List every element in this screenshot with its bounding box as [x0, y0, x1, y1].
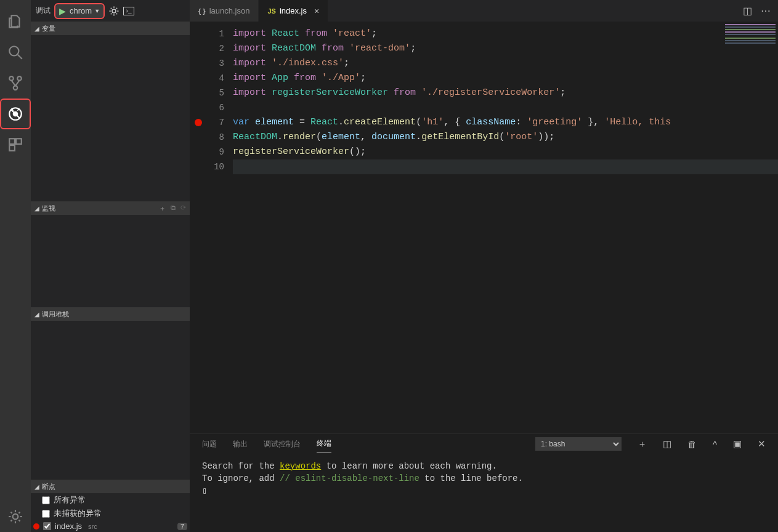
activity-scm[interactable]: [0, 68, 31, 99]
tab-label: launch.json: [209, 6, 250, 15]
breakpoint-dot-icon: [33, 523, 39, 530]
section-breakpoints-label: 断点: [42, 482, 186, 491]
code-lines[interactable]: import React from 'react';import ReactDO…: [233, 22, 778, 433]
console-icon: ›_: [126, 7, 132, 14]
code-line[interactable]: import registerServiceWorker from './reg…: [233, 86, 778, 100]
close-panel-icon[interactable]: ✕: [758, 438, 766, 449]
panel-tabs: 问题 输出 调试控制台 终端 1: bash ＋ ◫ 🗑 ^ ▣ ✕: [190, 434, 778, 454]
breakpoint-file-name: index.js: [55, 522, 82, 531]
breakpoint-checkbox[interactable]: [43, 522, 51, 530]
chevron-up-icon[interactable]: ^: [713, 439, 717, 449]
code-line[interactable]: import ReactDOM from 'react-dom';: [233, 41, 778, 56]
breakpoint-file-path: src: [88, 523, 97, 530]
split-terminal-icon[interactable]: ◫: [663, 438, 671, 449]
code-line[interactable]: ReactDOM.render(element, document.getEle…: [233, 130, 778, 145]
breakpoint-uncaught[interactable]: 未捕获的异常: [31, 507, 190, 520]
section-variables-label: 变量: [42, 24, 186, 33]
json-file-icon: { }: [198, 7, 206, 15]
breakpoint-all-exceptions[interactable]: 所有异常: [31, 493, 190, 507]
breakpoint-line-badge: 7: [177, 523, 187, 530]
collapse-all-icon[interactable]: ⧉: [171, 204, 176, 213]
svg-point-2: [9, 76, 14, 81]
code-editor[interactable]: 12345678910 import React from 'react';im…: [190, 22, 778, 433]
close-tab-icon[interactable]: ×: [314, 6, 319, 16]
section-watch[interactable]: ◢ 监视 ＋ ⧉ ⟳: [31, 201, 190, 215]
svg-point-14: [112, 9, 116, 13]
chevron-down-icon: ◢: [34, 25, 39, 32]
code-line[interactable]: import App from './App';: [233, 71, 778, 86]
line-number: 9: [190, 145, 224, 159]
breakpoint-file-row[interactable]: index.js src 7: [31, 520, 190, 532]
new-terminal-icon[interactable]: ＋: [638, 438, 647, 450]
editor-tabs: { }launch.jsonJSindex.js× ◫ ⋯: [190, 0, 778, 22]
files-icon: [7, 14, 23, 30]
panel-tab-terminal[interactable]: 终端: [317, 435, 331, 453]
section-breakpoints[interactable]: ◢ 断点: [31, 480, 190, 493]
debug-settings-gear[interactable]: [108, 6, 120, 17]
debug-console-button[interactable]: ›_: [123, 7, 134, 15]
code-line[interactable]: import React from 'react';: [233, 26, 778, 41]
minimap[interactable]: [723, 22, 778, 433]
code-line[interactable]: import './index.css';: [233, 56, 778, 71]
debug-header: 调试 ▶ chrom ▼ ›_: [31, 0, 190, 22]
terminal-cursor: ▯: [202, 485, 766, 497]
activity-extensions[interactable]: [0, 129, 31, 160]
chevron-down-icon: ◢: [34, 311, 39, 318]
chevron-down-icon: ▼: [94, 8, 100, 14]
svg-point-3: [17, 76, 22, 81]
terminal-line: To ignore, add // eslint-disable-next-li…: [202, 472, 766, 485]
bug-icon: [7, 106, 23, 122]
breakpoint-checkbox[interactable]: [42, 510, 50, 518]
section-callstack[interactable]: ◢ 调用堆栈: [31, 307, 190, 321]
code-line[interactable]: var element = React.createElement('h1', …: [233, 115, 778, 130]
line-gutter: 12345678910: [190, 22, 233, 433]
debug-start-config[interactable]: ▶ chrom ▼: [54, 3, 105, 19]
svg-rect-12: [9, 145, 15, 151]
chevron-down-icon: ◢: [34, 205, 39, 212]
breakpoint-label: 未捕获的异常: [54, 508, 102, 519]
activity-search[interactable]: [0, 37, 31, 68]
panel-tab-problems[interactable]: 问题: [202, 435, 217, 453]
activity-bar: [0, 0, 31, 532]
maximize-panel-icon[interactable]: ▣: [733, 438, 742, 449]
section-callstack-label: 调用堆栈: [42, 310, 186, 319]
debug-title: 调试: [36, 6, 51, 16]
line-number: 5: [190, 86, 224, 100]
activity-settings[interactable]: [0, 501, 31, 532]
chevron-down-icon: ◢: [34, 483, 39, 490]
line-number: 1: [190, 26, 224, 41]
editor-tab[interactable]: JSindex.js×: [259, 0, 328, 22]
activity-debug[interactable]: [0, 99, 31, 129]
editor-tab[interactable]: { }launch.json: [190, 0, 259, 22]
panel-tab-output[interactable]: 输出: [233, 435, 248, 453]
line-number: 6: [190, 100, 224, 115]
code-line[interactable]: [233, 100, 778, 115]
svg-point-0: [9, 46, 18, 55]
js-file-icon: JS: [267, 7, 275, 15]
breakpoint-dot-icon[interactable]: [195, 119, 202, 126]
debug-config-name: chrom: [70, 6, 94, 15]
code-line[interactable]: [233, 159, 778, 174]
editor-area: { }launch.jsonJSindex.js× ◫ ⋯ 1234567891…: [190, 0, 778, 532]
refresh-icon[interactable]: ⟳: [180, 204, 186, 213]
line-number: 7: [190, 115, 224, 130]
terminal-body[interactable]: Search for the keywords to learn more ab…: [190, 454, 778, 532]
more-actions-icon[interactable]: ⋯: [761, 5, 771, 17]
kill-terminal-icon[interactable]: 🗑: [687, 439, 697, 449]
terminal-select[interactable]: 1: bash: [535, 437, 622, 451]
split-editor-icon[interactable]: ◫: [743, 5, 752, 17]
breakpoint-checkbox[interactable]: [42, 496, 50, 504]
terminal-line: Search for the keywords to learn more ab…: [202, 460, 766, 472]
svg-line-1: [17, 54, 22, 59]
code-line[interactable]: registerServiceWorker();: [233, 145, 778, 159]
search-icon: [7, 44, 23, 60]
section-variables[interactable]: ◢ 变量: [31, 22, 190, 35]
tab-label: index.js: [280, 6, 307, 15]
line-number: 8: [190, 130, 224, 145]
gear-icon: [7, 509, 23, 525]
line-number: 3: [190, 56, 224, 71]
gear-icon: [108, 6, 120, 17]
panel-tab-debug-console[interactable]: 调试控制台: [264, 435, 301, 453]
add-watch-icon[interactable]: ＋: [159, 204, 166, 213]
activity-explorer[interactable]: [0, 6, 31, 37]
